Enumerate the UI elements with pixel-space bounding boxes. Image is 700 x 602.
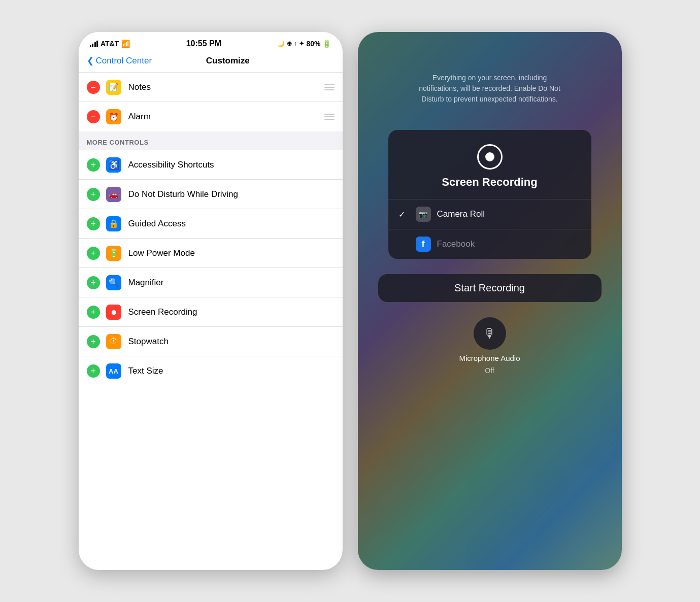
remove-button[interactable]: − xyxy=(87,81,100,94)
alarm-label: Alarm xyxy=(128,112,324,122)
stopwatch-label: Stopwatch xyxy=(128,337,335,347)
accessibility-icon: ♿ xyxy=(108,159,119,171)
alarm-icon: ⏰ xyxy=(109,112,119,122)
text-size-app-icon: AA xyxy=(106,363,121,379)
remove-button[interactable]: − xyxy=(87,110,100,123)
chevron-left-icon: ❮ xyxy=(87,55,94,66)
status-left: AT&T 📶 xyxy=(90,40,130,48)
camera-roll-label: Camera Roll xyxy=(437,209,485,219)
nav-bar: ❮ Control Center Customize xyxy=(79,52,343,73)
add-button[interactable]: + xyxy=(87,247,100,260)
list-item[interactable]: − ⏰ Alarm xyxy=(79,102,343,131)
recording-card: Screen Recording ✓ 📷 Camera Roll ✓ f Fac… xyxy=(388,130,591,259)
bluetooth-icon: ✦ xyxy=(299,40,304,47)
list-item[interactable]: + ⏱ Stopwatch xyxy=(79,327,343,356)
add-button[interactable]: + xyxy=(87,158,100,172)
magnifier-icon: 🔍 xyxy=(109,278,119,287)
location-icon: ⊕ xyxy=(287,40,292,47)
left-phone: AT&T 📶 10:55 PM 🌙 ⊕ ↑ ✦ 80% 🔋 ❮ Control … xyxy=(79,32,343,570)
microphone-section: 🎙 Microphone Audio Off xyxy=(459,317,520,375)
camera-roll-icon: 📷 xyxy=(416,207,431,222)
notes-app-icon: 📝 xyxy=(106,80,121,95)
list-item[interactable]: + ⏺ Screen Recording xyxy=(79,297,343,327)
screen-recording-label: Screen Recording xyxy=(128,307,335,317)
guided-access-label: Guided Access xyxy=(128,219,335,229)
microphone-icon: 🎙 xyxy=(483,326,496,342)
facebook-label: Facebook xyxy=(437,239,475,249)
right-content: Everything on your screen, including not… xyxy=(358,32,622,570)
add-button[interactable]: + xyxy=(87,276,100,289)
text-size-icon: AA xyxy=(109,367,118,375)
back-label: Control Center xyxy=(96,56,152,66)
microphone-label: Microphone Audio xyxy=(459,354,520,362)
list-item[interactable]: + 🔍 Magnifier xyxy=(79,268,343,297)
accessibility-label: Accessibility Shortcuts xyxy=(128,160,335,170)
microphone-sublabel: Off xyxy=(485,366,494,375)
signal-bars xyxy=(90,41,98,47)
time-label: 10:55 PM xyxy=(186,39,221,48)
back-button[interactable]: ❮ Control Center xyxy=(87,55,152,66)
arrow-icon: ↑ xyxy=(294,40,297,47)
more-controls-header: MORE CONTROLS xyxy=(79,131,343,150)
add-button[interactable]: + xyxy=(87,364,100,378)
low-power-app-icon: 🔋 xyxy=(106,246,121,261)
screen-recording-app-icon: ⏺ xyxy=(106,305,121,320)
lock-icon: 🔒 xyxy=(109,219,119,228)
car-icon: 🚗 xyxy=(109,189,119,199)
dnd-driving-app-icon: 🚗 xyxy=(106,187,121,202)
stopwatch-app-icon: ⏱ xyxy=(106,334,121,349)
notes-label: Notes xyxy=(128,82,324,92)
list-item[interactable]: + 🔒 Guided Access xyxy=(79,209,343,239)
add-button[interactable]: + xyxy=(87,188,100,201)
text-size-label: Text Size xyxy=(128,366,335,376)
list-item[interactable]: + ♿ Accessibility Shortcuts xyxy=(79,150,343,180)
accessibility-app-icon: ♿ xyxy=(106,157,121,173)
warning-text: Everything on your screen, including not… xyxy=(414,73,566,105)
camera-icon: 📷 xyxy=(419,210,427,218)
alarm-app-icon: ⏰ xyxy=(106,109,121,124)
add-button[interactable]: + xyxy=(87,217,100,230)
list-item[interactable]: + 🔋 Low Power Mode xyxy=(79,239,343,268)
guided-access-app-icon: 🔒 xyxy=(106,216,121,231)
carrier-label: AT&T xyxy=(101,40,119,48)
list-item[interactable]: − 📝 Notes xyxy=(79,73,343,102)
battery-low-icon: 🔋 xyxy=(109,248,119,258)
record-icon: ⏺ xyxy=(110,308,117,316)
magnifier-app-icon: 🔍 xyxy=(106,275,121,290)
microphone-button[interactable]: 🎙 xyxy=(474,317,506,350)
list-item[interactable]: + 🚗 Do Not Disturb While Driving xyxy=(79,180,343,209)
facebook-option[interactable]: ✓ f Facebook xyxy=(388,229,591,259)
recording-header: Screen Recording xyxy=(388,130,591,199)
moon-icon: 🌙 xyxy=(277,40,285,47)
magnifier-label: Magnifier xyxy=(128,278,335,288)
included-items-section: − 📝 Notes − ⏰ Alarm xyxy=(79,73,343,131)
camera-roll-option[interactable]: ✓ 📷 Camera Roll xyxy=(388,199,591,229)
right-phone: Everything on your screen, including not… xyxy=(358,32,622,570)
low-power-label: Low Power Mode xyxy=(128,248,335,258)
record-inner-circle xyxy=(485,152,494,161)
screen-record-icon xyxy=(477,144,503,170)
more-controls-section: + ♿ Accessibility Shortcuts + 🚗 Do Not D… xyxy=(79,150,343,386)
notes-icon: 📝 xyxy=(109,82,119,92)
list-item[interactable]: + AA Text Size xyxy=(79,356,343,386)
nav-title: Customize xyxy=(152,56,304,66)
drag-handle[interactable] xyxy=(324,114,335,120)
status-bar: AT&T 📶 10:55 PM 🌙 ⊕ ↑ ✦ 80% 🔋 xyxy=(79,32,343,52)
battery-icon: 🔋 xyxy=(322,40,331,48)
start-recording-button[interactable]: Start Recording xyxy=(378,274,602,302)
dnd-driving-label: Do Not Disturb While Driving xyxy=(128,189,335,199)
status-right: 🌙 ⊕ ↑ ✦ 80% 🔋 xyxy=(277,40,331,48)
facebook-icon: f xyxy=(416,237,431,252)
add-button[interactable]: + xyxy=(87,335,100,348)
checkmark-icon: ✓ xyxy=(398,210,409,219)
stopwatch-icon: ⏱ xyxy=(110,337,118,346)
recording-title: Screen Recording xyxy=(442,176,537,189)
battery-label: 80% xyxy=(306,40,320,48)
add-button[interactable]: + xyxy=(87,306,100,319)
drag-handle[interactable] xyxy=(324,84,335,90)
wifi-icon: 📶 xyxy=(121,40,130,48)
